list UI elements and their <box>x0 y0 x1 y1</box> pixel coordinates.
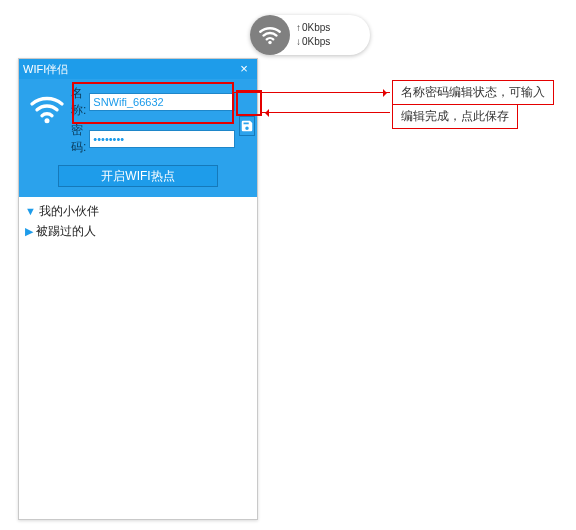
password-input[interactable] <box>89 130 235 148</box>
save-icon <box>240 119 254 133</box>
speed-rates: 0Kbps 0Kbps <box>296 21 330 49</box>
header-panel: 名称: 密码: 开启WIFI热点 <box>19 79 257 197</box>
download-rate: 0Kbps <box>296 35 330 49</box>
name-input[interactable] <box>89 93 235 111</box>
annotation-callout: 名称密码编辑状态，可输入 <box>392 80 554 105</box>
start-wifi-button[interactable]: 开启WIFI热点 <box>58 165 218 187</box>
svg-point-1 <box>45 118 50 123</box>
svg-point-0 <box>268 41 271 44</box>
annotation-arrow <box>262 112 390 113</box>
wifi-status-pill: 0Kbps 0Kbps <box>250 15 370 55</box>
disclosure-triangle-icon: ▼ <box>25 205 36 217</box>
list-item[interactable]: ▼ 我的小伙伴 <box>25 201 251 221</box>
client-list: ▼ 我的小伙伴 ▶ 被踢过的人 <box>19 197 257 245</box>
save-button[interactable] <box>239 116 255 136</box>
wifi-large-icon <box>27 89 67 129</box>
disclosure-triangle-icon: ▶ <box>25 225 33 238</box>
password-label: 密码: <box>71 122 86 156</box>
window-title: WIFI伴侣 <box>23 62 235 77</box>
annotation-callout: 编辑完成，点此保存 <box>392 104 518 129</box>
close-icon[interactable]: × <box>235 60 253 78</box>
list-item[interactable]: ▶ 被踢过的人 <box>25 221 251 241</box>
wifi-window: WIFI伴侣 × 名称: 密码: 开启WIFI热点 <box>18 58 258 520</box>
titlebar: WIFI伴侣 × <box>19 59 257 79</box>
list-item-label: 被踢过的人 <box>36 223 96 240</box>
upload-rate: 0Kbps <box>296 21 330 35</box>
name-label: 名称: <box>71 85 86 119</box>
wifi-icon <box>250 15 290 55</box>
list-item-label: 我的小伙伴 <box>39 203 99 220</box>
